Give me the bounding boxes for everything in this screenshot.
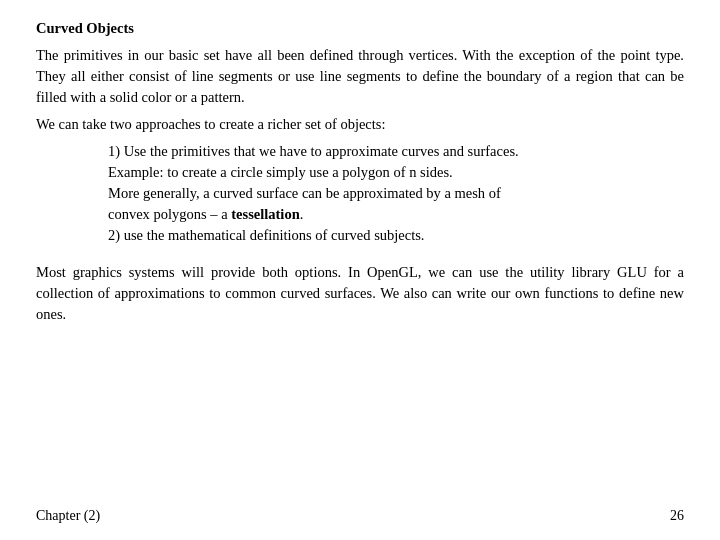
- chapter-label: Chapter (2): [36, 508, 100, 524]
- content-area: The primitives in our basic set have all…: [36, 45, 684, 331]
- spacer: [36, 248, 684, 262]
- approach-2: 2) use the mathematical definitions of c…: [108, 225, 684, 246]
- page-footer: Chapter (2) 26: [36, 508, 684, 524]
- approach-1-line1: 1) Use the primitives that we have to ap…: [108, 141, 684, 162]
- page-number: 26: [670, 508, 684, 524]
- page-container: Curved Objects The primitives in our bas…: [0, 0, 720, 540]
- tessellation-word: tessellation: [231, 206, 299, 222]
- page-title: Curved Objects: [36, 18, 684, 39]
- approach-1-line3: More generally, a curved surface can be …: [108, 183, 684, 204]
- approach-1-line4-part1: convex polygons – a: [108, 206, 231, 222]
- approaches-lead: We can take two approaches to create a r…: [36, 114, 684, 135]
- indented-approaches: 1) Use the primitives that we have to ap…: [108, 141, 684, 246]
- approach-1-line4: convex polygons – a tessellation.: [108, 204, 684, 225]
- intro-paragraph: The primitives in our basic set have all…: [36, 45, 684, 108]
- approach-1-line4-part2: .: [300, 206, 304, 222]
- opengl-paragraph: Most graphics systems will provide both …: [36, 262, 684, 325]
- approach-1-line2: Example: to create a circle simply use a…: [108, 162, 684, 183]
